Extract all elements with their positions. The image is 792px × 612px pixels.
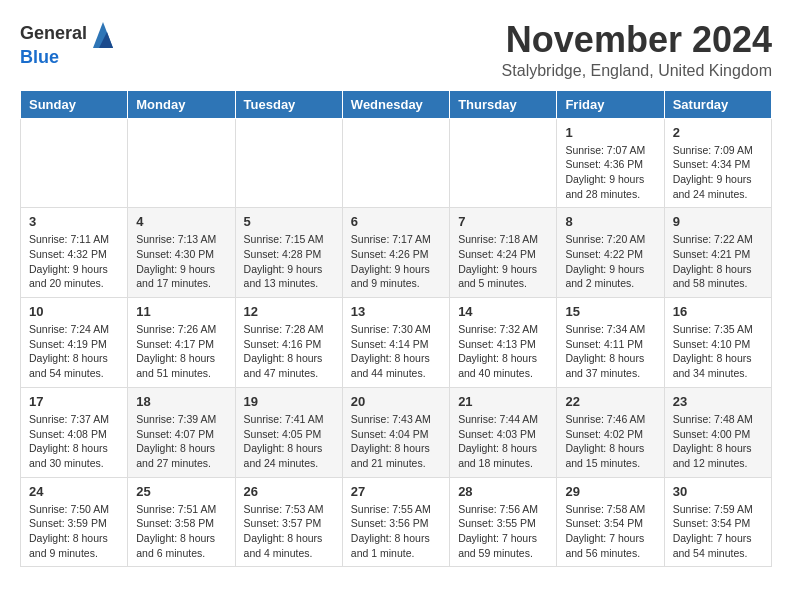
calendar-cell: 26Sunrise: 7:53 AM Sunset: 3:57 PM Dayli… <box>235 477 342 567</box>
day-number: 19 <box>244 394 334 409</box>
calendar-cell: 11Sunrise: 7:26 AM Sunset: 4:17 PM Dayli… <box>128 298 235 388</box>
calendar-cell: 2Sunrise: 7:09 AM Sunset: 4:34 PM Daylig… <box>664 118 771 208</box>
day-info: Sunrise: 7:43 AM Sunset: 4:04 PM Dayligh… <box>351 412 441 471</box>
day-info: Sunrise: 7:15 AM Sunset: 4:28 PM Dayligh… <box>244 232 334 291</box>
weekday-header: Wednesday <box>342 90 449 118</box>
day-info: Sunrise: 7:24 AM Sunset: 4:19 PM Dayligh… <box>29 322 119 381</box>
day-number: 23 <box>673 394 763 409</box>
location: Stalybridge, England, United Kingdom <box>502 62 772 80</box>
day-info: Sunrise: 7:11 AM Sunset: 4:32 PM Dayligh… <box>29 232 119 291</box>
day-info: Sunrise: 7:53 AM Sunset: 3:57 PM Dayligh… <box>244 502 334 561</box>
day-info: Sunrise: 7:58 AM Sunset: 3:54 PM Dayligh… <box>565 502 655 561</box>
calendar-week-row: 10Sunrise: 7:24 AM Sunset: 4:19 PM Dayli… <box>21 298 772 388</box>
calendar-week-row: 1Sunrise: 7:07 AM Sunset: 4:36 PM Daylig… <box>21 118 772 208</box>
day-number: 30 <box>673 484 763 499</box>
day-number: 20 <box>351 394 441 409</box>
day-number: 13 <box>351 304 441 319</box>
calendar-cell: 5Sunrise: 7:15 AM Sunset: 4:28 PM Daylig… <box>235 208 342 298</box>
day-info: Sunrise: 7:32 AM Sunset: 4:13 PM Dayligh… <box>458 322 548 381</box>
day-number: 11 <box>136 304 226 319</box>
calendar-cell: 14Sunrise: 7:32 AM Sunset: 4:13 PM Dayli… <box>450 298 557 388</box>
day-info: Sunrise: 7:55 AM Sunset: 3:56 PM Dayligh… <box>351 502 441 561</box>
day-info: Sunrise: 7:34 AM Sunset: 4:11 PM Dayligh… <box>565 322 655 381</box>
day-number: 6 <box>351 214 441 229</box>
day-info: Sunrise: 7:09 AM Sunset: 4:34 PM Dayligh… <box>673 143 763 202</box>
weekday-header: Tuesday <box>235 90 342 118</box>
page-header: General Blue November 2024 Stalybridge, … <box>20 20 772 80</box>
day-number: 4 <box>136 214 226 229</box>
calendar-cell: 4Sunrise: 7:13 AM Sunset: 4:30 PM Daylig… <box>128 208 235 298</box>
day-info: Sunrise: 7:48 AM Sunset: 4:00 PM Dayligh… <box>673 412 763 471</box>
day-number: 5 <box>244 214 334 229</box>
weekday-header: Thursday <box>450 90 557 118</box>
calendar-cell: 7Sunrise: 7:18 AM Sunset: 4:24 PM Daylig… <box>450 208 557 298</box>
day-info: Sunrise: 7:18 AM Sunset: 4:24 PM Dayligh… <box>458 232 548 291</box>
calendar-cell <box>128 118 235 208</box>
day-number: 2 <box>673 125 763 140</box>
calendar-cell: 16Sunrise: 7:35 AM Sunset: 4:10 PM Dayli… <box>664 298 771 388</box>
calendar-cell: 6Sunrise: 7:17 AM Sunset: 4:26 PM Daylig… <box>342 208 449 298</box>
logo: General Blue <box>20 20 115 68</box>
weekday-header: Sunday <box>21 90 128 118</box>
weekday-header: Monday <box>128 90 235 118</box>
day-number: 24 <box>29 484 119 499</box>
day-info: Sunrise: 7:51 AM Sunset: 3:58 PM Dayligh… <box>136 502 226 561</box>
calendar-cell: 10Sunrise: 7:24 AM Sunset: 4:19 PM Dayli… <box>21 298 128 388</box>
day-number: 22 <box>565 394 655 409</box>
calendar-cell: 30Sunrise: 7:59 AM Sunset: 3:54 PM Dayli… <box>664 477 771 567</box>
weekday-header: Friday <box>557 90 664 118</box>
day-number: 18 <box>136 394 226 409</box>
calendar-cell: 1Sunrise: 7:07 AM Sunset: 4:36 PM Daylig… <box>557 118 664 208</box>
day-number: 3 <box>29 214 119 229</box>
day-info: Sunrise: 7:44 AM Sunset: 4:03 PM Dayligh… <box>458 412 548 471</box>
day-number: 21 <box>458 394 548 409</box>
logo-icon <box>91 20 115 48</box>
day-info: Sunrise: 7:26 AM Sunset: 4:17 PM Dayligh… <box>136 322 226 381</box>
day-info: Sunrise: 7:46 AM Sunset: 4:02 PM Dayligh… <box>565 412 655 471</box>
day-info: Sunrise: 7:20 AM Sunset: 4:22 PM Dayligh… <box>565 232 655 291</box>
day-number: 17 <box>29 394 119 409</box>
calendar-cell: 18Sunrise: 7:39 AM Sunset: 4:07 PM Dayli… <box>128 387 235 477</box>
day-info: Sunrise: 7:30 AM Sunset: 4:14 PM Dayligh… <box>351 322 441 381</box>
title-section: November 2024 Stalybridge, England, Unit… <box>502 20 772 80</box>
calendar-cell: 28Sunrise: 7:56 AM Sunset: 3:55 PM Dayli… <box>450 477 557 567</box>
day-info: Sunrise: 7:37 AM Sunset: 4:08 PM Dayligh… <box>29 412 119 471</box>
calendar-header-row: SundayMondayTuesdayWednesdayThursdayFrid… <box>21 90 772 118</box>
calendar-cell: 22Sunrise: 7:46 AM Sunset: 4:02 PM Dayli… <box>557 387 664 477</box>
day-info: Sunrise: 7:13 AM Sunset: 4:30 PM Dayligh… <box>136 232 226 291</box>
day-number: 8 <box>565 214 655 229</box>
day-number: 14 <box>458 304 548 319</box>
day-info: Sunrise: 7:56 AM Sunset: 3:55 PM Dayligh… <box>458 502 548 561</box>
day-number: 28 <box>458 484 548 499</box>
day-number: 16 <box>673 304 763 319</box>
calendar-cell: 3Sunrise: 7:11 AM Sunset: 4:32 PM Daylig… <box>21 208 128 298</box>
day-number: 12 <box>244 304 334 319</box>
day-number: 29 <box>565 484 655 499</box>
day-info: Sunrise: 7:07 AM Sunset: 4:36 PM Dayligh… <box>565 143 655 202</box>
calendar-cell: 29Sunrise: 7:58 AM Sunset: 3:54 PM Dayli… <box>557 477 664 567</box>
day-number: 15 <box>565 304 655 319</box>
calendar-week-row: 3Sunrise: 7:11 AM Sunset: 4:32 PM Daylig… <box>21 208 772 298</box>
day-info: Sunrise: 7:39 AM Sunset: 4:07 PM Dayligh… <box>136 412 226 471</box>
calendar-cell <box>450 118 557 208</box>
calendar-cell: 24Sunrise: 7:50 AM Sunset: 3:59 PM Dayli… <box>21 477 128 567</box>
day-number: 26 <box>244 484 334 499</box>
day-info: Sunrise: 7:50 AM Sunset: 3:59 PM Dayligh… <box>29 502 119 561</box>
day-number: 9 <box>673 214 763 229</box>
calendar-cell <box>235 118 342 208</box>
month-title: November 2024 <box>502 20 772 60</box>
calendar-cell: 17Sunrise: 7:37 AM Sunset: 4:08 PM Dayli… <box>21 387 128 477</box>
calendar-cell: 27Sunrise: 7:55 AM Sunset: 3:56 PM Dayli… <box>342 477 449 567</box>
calendar-cell: 12Sunrise: 7:28 AM Sunset: 4:16 PM Dayli… <box>235 298 342 388</box>
day-number: 1 <box>565 125 655 140</box>
calendar-week-row: 24Sunrise: 7:50 AM Sunset: 3:59 PM Dayli… <box>21 477 772 567</box>
day-info: Sunrise: 7:22 AM Sunset: 4:21 PM Dayligh… <box>673 232 763 291</box>
day-info: Sunrise: 7:28 AM Sunset: 4:16 PM Dayligh… <box>244 322 334 381</box>
calendar-cell: 15Sunrise: 7:34 AM Sunset: 4:11 PM Dayli… <box>557 298 664 388</box>
calendar-cell: 8Sunrise: 7:20 AM Sunset: 4:22 PM Daylig… <box>557 208 664 298</box>
calendar: SundayMondayTuesdayWednesdayThursdayFrid… <box>20 90 772 568</box>
calendar-cell: 19Sunrise: 7:41 AM Sunset: 4:05 PM Dayli… <box>235 387 342 477</box>
day-number: 7 <box>458 214 548 229</box>
calendar-cell: 9Sunrise: 7:22 AM Sunset: 4:21 PM Daylig… <box>664 208 771 298</box>
weekday-header: Saturday <box>664 90 771 118</box>
